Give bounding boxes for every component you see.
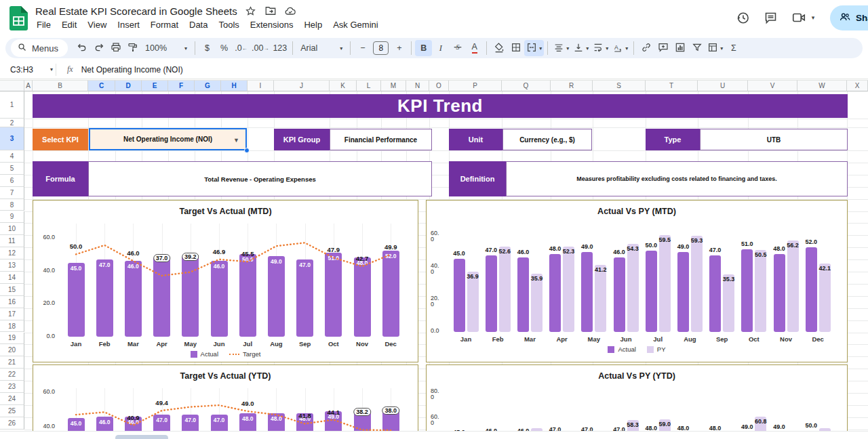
row-header-9[interactable]: 9 bbox=[0, 211, 24, 224]
bold-button[interactable]: B bbox=[415, 40, 432, 56]
column-header-L[interactable]: L bbox=[357, 80, 381, 91]
type-value[interactable]: UTB bbox=[700, 129, 848, 150]
meet-video-icon[interactable] bbox=[789, 7, 809, 28]
column-header-K[interactable]: K bbox=[330, 80, 357, 91]
row-header-17[interactable]: 17 bbox=[0, 308, 24, 320]
row-header-26[interactable]: 26 bbox=[0, 417, 24, 430]
format-as-percent-button[interactable]: % bbox=[216, 40, 233, 56]
column-header-B[interactable]: B bbox=[33, 80, 88, 91]
vertical-align-icon[interactable]: ▾ bbox=[571, 40, 591, 56]
font-size-button[interactable]: 8 bbox=[371, 40, 391, 56]
row-header-24[interactable]: 24 bbox=[0, 393, 24, 405]
menu-file[interactable]: File bbox=[31, 18, 56, 31]
italic-button[interactable]: I bbox=[432, 40, 449, 56]
kpi-group-value[interactable]: Financial Performance bbox=[330, 129, 432, 150]
chart-2[interactable]: Actual Vs PY (MTD)60.040.020.00.045.036.… bbox=[426, 200, 848, 362]
row-header-20[interactable]: 20 bbox=[0, 344, 24, 356]
row-header-19[interactable]: 19 bbox=[0, 333, 24, 345]
increase-decimal-places-button[interactable]: .00→ bbox=[250, 40, 271, 56]
column-header-A[interactable]: A bbox=[24, 80, 33, 91]
column-header-J[interactable]: J bbox=[274, 80, 330, 91]
row-header-11[interactable]: 11 bbox=[0, 235, 24, 247]
row-header-4[interactable]: 4 bbox=[0, 150, 24, 163]
row-header-7[interactable]: 7 bbox=[0, 187, 24, 199]
star-icon[interactable] bbox=[245, 5, 257, 17]
insert-comment-icon[interactable] bbox=[654, 40, 671, 56]
column-header-M[interactable]: M bbox=[381, 80, 406, 91]
row-header-3[interactable]: 3 bbox=[0, 127, 24, 150]
menu-ask-gemini[interactable]: Ask Gemini bbox=[328, 18, 383, 31]
zoom-button[interactable]: 100%▾ bbox=[141, 40, 191, 56]
text-rotation-icon[interactable]: A▾ bbox=[610, 40, 630, 56]
comment-history-icon[interactable] bbox=[760, 7, 781, 28]
column-header-G[interactable]: G bbox=[195, 80, 221, 91]
row-header-18[interactable]: 18 bbox=[0, 320, 24, 333]
menu-data[interactable]: Data bbox=[184, 18, 213, 31]
create-filter-icon[interactable] bbox=[688, 40, 705, 56]
column-header-E[interactable]: E bbox=[142, 80, 168, 91]
formula-input[interactable]: Net Operating Income (NOI) bbox=[81, 65, 183, 75]
column-header-D[interactable]: D bbox=[115, 80, 142, 91]
row-header-23[interactable]: 23 bbox=[0, 381, 24, 393]
column-header-W[interactable]: W bbox=[797, 80, 847, 91]
menu-edit[interactable]: Edit bbox=[56, 18, 82, 31]
column-header-N[interactable]: N bbox=[406, 80, 429, 91]
column-header-P[interactable]: P bbox=[449, 80, 502, 91]
column-header-F[interactable]: F bbox=[168, 80, 195, 91]
column-header-H[interactable]: H bbox=[221, 80, 248, 91]
menu-extensions[interactable]: Extensions bbox=[245, 18, 299, 31]
definition-value[interactable]: Measures profitability excluding costs r… bbox=[506, 161, 848, 196]
font-family-button[interactable]: Arial▾ bbox=[296, 40, 347, 56]
row-header-12[interactable]: 12 bbox=[0, 247, 24, 259]
fill-color-icon[interactable] bbox=[490, 40, 507, 56]
row-header-13[interactable]: 13 bbox=[0, 259, 24, 272]
increase-font-size-button[interactable]: + bbox=[391, 40, 408, 56]
horizontal-scrollbar[interactable] bbox=[115, 435, 168, 439]
row-header-1[interactable]: 1 bbox=[0, 91, 24, 119]
menu-format[interactable]: Format bbox=[145, 18, 184, 31]
formula-value[interactable]: Total Revenue - Operating Expenses bbox=[88, 161, 432, 196]
insert-link-icon[interactable] bbox=[637, 40, 654, 56]
decrease-font-size-button[interactable]: − bbox=[354, 40, 371, 56]
column-header-V[interactable]: V bbox=[748, 80, 797, 91]
select-all-corner[interactable] bbox=[0, 80, 24, 91]
cloud-status-icon[interactable] bbox=[284, 5, 296, 17]
more-formats-button[interactable]: 123 bbox=[271, 40, 289, 56]
column-header-I[interactable]: I bbox=[248, 80, 274, 91]
chart-4[interactable]: Actual Vs PY (YTD)80.060.040.020.00.045.… bbox=[426, 364, 848, 439]
unit-value[interactable]: Currency (e.g., $) bbox=[502, 129, 592, 150]
insert-chart-icon[interactable] bbox=[671, 40, 688, 56]
name-box[interactable]: C3:H3 ▾ bbox=[0, 65, 53, 75]
row-header-15[interactable]: 15 bbox=[0, 284, 24, 296]
move-folder-icon[interactable] bbox=[264, 5, 277, 17]
menu-view[interactable]: View bbox=[82, 18, 112, 31]
column-header-O[interactable]: O bbox=[429, 80, 449, 91]
row-header-8[interactable]: 8 bbox=[0, 199, 24, 211]
row-header-5[interactable]: 5 bbox=[0, 163, 24, 175]
selection-fill-handle[interactable] bbox=[244, 148, 250, 153]
redo-icon[interactable] bbox=[90, 40, 107, 56]
functions-button[interactable]: Σ bbox=[725, 40, 742, 56]
column-header-R[interactable]: R bbox=[551, 80, 593, 91]
print-icon[interactable] bbox=[107, 40, 124, 56]
toolbar-search[interactable]: Menus bbox=[11, 39, 68, 57]
text-color-button[interactable]: A bbox=[466, 40, 483, 56]
chart-1[interactable]: Target Vs Actual (MTD)60.040.020.00.045.… bbox=[33, 200, 418, 362]
column-header-X[interactable]: X bbox=[847, 80, 868, 91]
decrease-decimal-places-button[interactable]: .0← bbox=[233, 40, 250, 56]
merge-cells-icon[interactable]: ▾ bbox=[524, 40, 544, 56]
row-header-22[interactable]: 22 bbox=[0, 369, 24, 381]
version-history-icon[interactable] bbox=[732, 7, 753, 28]
row-header-21[interactable]: 21 bbox=[0, 356, 24, 369]
row-header-10[interactable]: 10 bbox=[0, 223, 24, 235]
menu-help[interactable]: Help bbox=[298, 18, 328, 31]
column-header-T[interactable]: T bbox=[646, 80, 698, 91]
row-header-2[interactable]: 2 bbox=[0, 119, 24, 127]
text-wrapping-icon[interactable]: ▾ bbox=[591, 40, 610, 56]
row-header-6[interactable]: 6 bbox=[0, 175, 24, 187]
undo-icon[interactable] bbox=[73, 40, 90, 56]
kpi-dropdown[interactable]: Net Operating Income (NOI) ▼ bbox=[89, 128, 247, 150]
row-header-25[interactable]: 25 bbox=[0, 405, 24, 417]
horizontal-align-icon[interactable]: ▾ bbox=[551, 40, 571, 56]
row-header-14[interactable]: 14 bbox=[0, 272, 24, 284]
